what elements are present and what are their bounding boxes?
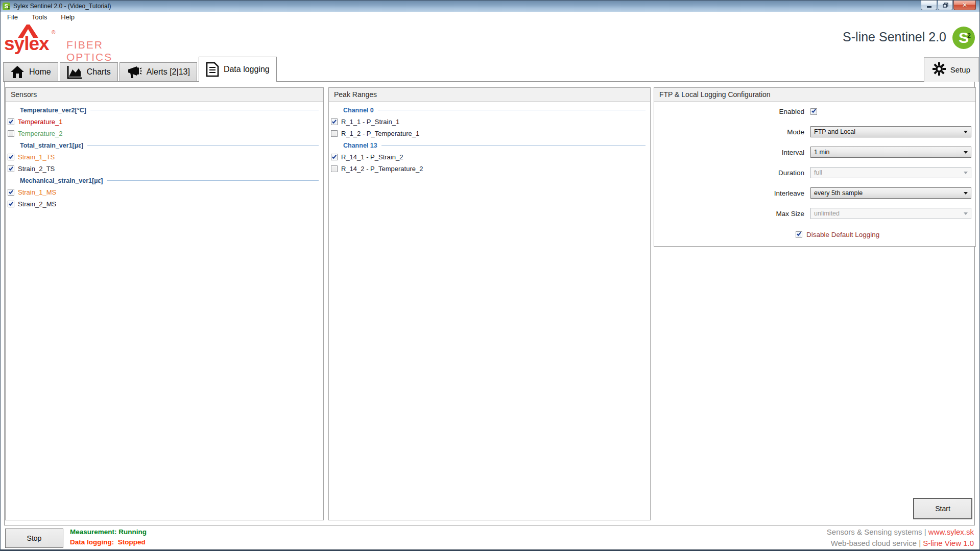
- tab-home[interactable]: Home: [3, 62, 58, 82]
- status-bar: Stop Measurement: Running Data logging: …: [0, 525, 980, 550]
- chevron-down-icon: [964, 151, 968, 154]
- disable-default-logging-label: Disable Default Logging: [806, 231, 879, 238]
- duration-dropdown: full: [810, 167, 971, 178]
- sylex-logo: sylex ® FIBER OPTICS: [4, 26, 137, 56]
- title-bar: S2 Sylex Sentinel 2.0 - (Video_Tutorial)…: [0, 0, 980, 12]
- checkbox[interactable]: [8, 201, 14, 207]
- menu-help[interactable]: Help: [61, 13, 75, 21]
- tab-label: Charts: [87, 67, 111, 77]
- enabled-checkbox[interactable]: [810, 108, 817, 115]
- panel-title: Sensors: [6, 88, 323, 102]
- checkbox[interactable]: [8, 189, 14, 196]
- item-label: R_14_2 - P_Temperature_2: [341, 165, 423, 173]
- checkbox-item[interactable]: Strain_1_MS: [6, 186, 323, 198]
- minimize-button[interactable]: [921, 1, 937, 10]
- checkbox-item[interactable]: R_1_2 - P_Temperature_1: [329, 128, 650, 139]
- charts-icon: [67, 65, 82, 79]
- item-label: Strain_2_TS: [18, 165, 55, 173]
- checkbox[interactable]: [331, 118, 338, 125]
- tab-strip: Home Charts Alerts [2|13]: [3, 57, 277, 82]
- tab-alerts[interactable]: Alerts [2|13]: [119, 62, 197, 82]
- info-gray-text: Web-based cloud service |: [831, 539, 921, 547]
- enabled-label: Enabled: [779, 108, 804, 115]
- peak-ranges-panel: Peak Ranges Channel 0R_1_1 - P_Strain_1R…: [328, 87, 651, 520]
- checkbox[interactable]: [8, 118, 14, 125]
- start-button[interactable]: Start: [913, 498, 972, 519]
- tab-label: Alerts [2|13]: [147, 67, 190, 77]
- panel-title: Peak Ranges: [329, 88, 650, 102]
- info-line-2: Web-based cloud service | S-line View 1.…: [827, 538, 974, 549]
- max-size-dropdown: unlimited: [810, 208, 971, 219]
- checkbox[interactable]: [8, 154, 14, 160]
- checkbox-item[interactable]: R_14_2 - P_Temperature_2: [329, 163, 650, 175]
- checkbox-item[interactable]: Temperature_1: [6, 116, 323, 128]
- disable-default-logging-checkbox[interactable]: [796, 231, 802, 238]
- measurement-status: Measurement: Running: [70, 527, 147, 537]
- info-gray-text: Sensors & Sensing systems |: [827, 528, 926, 536]
- interval-dropdown[interactable]: 1 min: [810, 147, 971, 158]
- tab-setup[interactable]: Setup: [924, 57, 979, 82]
- sline-view-link[interactable]: S-line View 1.0: [923, 539, 974, 547]
- field-label: Max Size: [776, 210, 804, 218]
- group-header: Channel 0: [329, 104, 650, 116]
- item-label: Strain_2_MS: [18, 200, 56, 208]
- item-label: Temperature_1: [18, 118, 62, 126]
- app-icon: S2: [3, 3, 10, 10]
- logging-config-panel: FTP & Local Logging Configuration Enable…: [654, 87, 976, 247]
- mode-dropdown[interactable]: FTP and Local: [810, 126, 971, 137]
- field-label: Interval: [782, 149, 804, 156]
- checkbox[interactable]: [331, 165, 338, 172]
- restore-icon: [943, 3, 948, 8]
- datalogging-status: Data logging: Stopped: [70, 537, 147, 547]
- home-icon: [10, 65, 25, 79]
- close-button[interactable]: ✕: [953, 1, 976, 10]
- item-label: R_1_1 - P_Strain_1: [341, 118, 399, 126]
- sline-logo-icon: S2: [952, 27, 975, 49]
- group-header: Temperature_ver2[°C]: [6, 104, 323, 116]
- tab-label: Setup: [950, 65, 970, 74]
- field-label: Duration: [778, 169, 804, 177]
- registered-mark: ®: [52, 30, 55, 35]
- checkbox-item[interactable]: R_1_1 - P_Strain_1: [329, 116, 650, 128]
- checkbox[interactable]: [8, 130, 14, 137]
- main-content: Sensors Temperature_ver2[°C]Temperature_…: [4, 81, 975, 525]
- field-label: Interleave: [774, 189, 804, 197]
- dropdown-value: 1 min: [814, 149, 830, 156]
- stop-button[interactable]: Stop: [5, 529, 63, 548]
- gear-icon: [933, 62, 946, 77]
- peak-ranges-list: Channel 0R_1_1 - P_Strain_1R_1_2 - P_Tem…: [329, 102, 650, 175]
- item-label: Temperature_2: [18, 130, 62, 137]
- tab-data-logging[interactable]: Data logging: [199, 57, 277, 82]
- item-label: Strain_1_TS: [18, 153, 55, 161]
- restore-button[interactable]: [938, 1, 953, 10]
- interleave-dropdown[interactable]: every 5th sample: [810, 187, 971, 199]
- menu-file[interactable]: File: [7, 13, 18, 21]
- field-label: Mode: [787, 128, 804, 136]
- menu-bar: File Tools Help: [0, 12, 980, 22]
- group-header: Total_strain_ver1[µε]: [6, 139, 323, 151]
- group-header: Mechanical_strain_ver1[µε]: [6, 175, 323, 186]
- item-label: R_1_2 - P_Temperature_1: [341, 130, 419, 137]
- chevron-down-icon: [964, 212, 968, 215]
- document-icon: [206, 62, 219, 77]
- checkbox[interactable]: [331, 154, 338, 160]
- tab-label: Data logging: [224, 65, 270, 74]
- panel-title: FTP & Local Logging Configuration: [654, 88, 975, 102]
- checkbox-item[interactable]: R_14_1 - P_Strain_2: [329, 151, 650, 163]
- checkbox[interactable]: [8, 165, 14, 172]
- checkbox-item[interactable]: Temperature_2: [6, 128, 323, 139]
- dropdown-value: FTP and Local: [814, 128, 855, 135]
- checkbox-item[interactable]: Strain_2_MS: [6, 198, 323, 210]
- checkbox-item[interactable]: Strain_2_TS: [6, 163, 323, 175]
- info-line-1: Sensors & Sensing systems | www.sylex.sk: [827, 526, 974, 538]
- checkbox-item[interactable]: Strain_1_TS: [6, 151, 323, 163]
- checkbox[interactable]: [331, 130, 338, 137]
- chevron-down-icon: [964, 192, 968, 195]
- sylex-wordmark: sylex: [4, 35, 49, 53]
- menu-tools[interactable]: Tools: [32, 13, 47, 21]
- sylex-website-link[interactable]: www.sylex.sk: [928, 528, 974, 536]
- close-icon: ✕: [962, 2, 967, 9]
- tab-charts[interactable]: Charts: [60, 62, 118, 82]
- dropdown-value: every 5th sample: [814, 189, 863, 197]
- window-title: Sylex Sentinel 2.0 - (Video_Tutorial): [13, 3, 111, 10]
